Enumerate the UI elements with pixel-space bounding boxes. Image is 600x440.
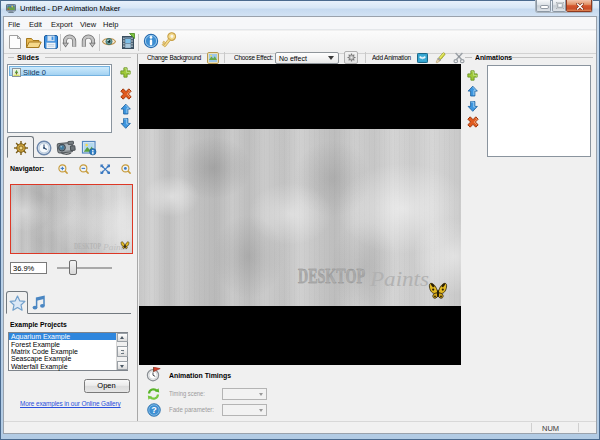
svg-text:DESKTOP: DESKTOP bbox=[298, 264, 365, 288]
svg-text:DESKTOP: DESKTOP bbox=[74, 242, 101, 251]
svg-text:?: ? bbox=[151, 405, 157, 415]
svg-text:Paints: Paints bbox=[369, 267, 429, 291]
